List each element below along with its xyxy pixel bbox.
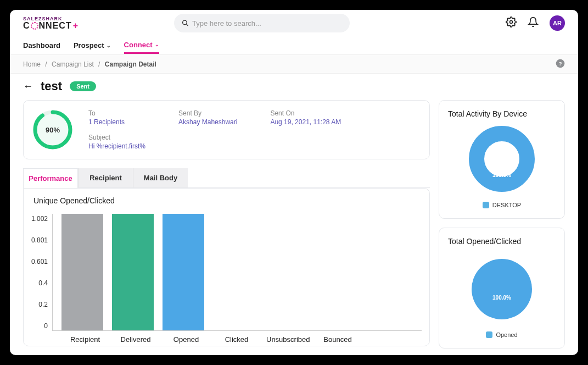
opened-legend-label: Opened xyxy=(496,331,517,338)
svg-point-8 xyxy=(472,259,532,319)
tab-performance[interactable]: Performance xyxy=(23,168,78,188)
sent-on-label: Sent On xyxy=(270,109,341,117)
breadcrumb-list[interactable]: Campaign List xyxy=(52,60,94,68)
brand-logo-bottom: CNNECT+ xyxy=(23,21,79,30)
progress-ring: 90% xyxy=(32,109,73,150)
to-label: To xyxy=(88,109,145,117)
breadcrumb: Home / Campaign List / Campaign Detail xyxy=(23,60,156,68)
bar-chart-x-axis: RecipientDeliveredOpenedClickedUnsubscri… xyxy=(31,331,422,344)
bar-chart-plot xyxy=(52,214,422,331)
sent-on-value: Aug 19, 2021, 11:28 AM xyxy=(270,118,341,126)
status-badge: Sent xyxy=(70,81,96,91)
gear-icon[interactable] xyxy=(506,16,517,30)
sent-by-label: Sent By xyxy=(178,109,237,117)
chevron-down-icon: ⌄ xyxy=(107,43,111,48)
back-arrow-icon[interactable]: ← xyxy=(23,81,33,92)
bar-chart-card: Unique Opened/Clicked 1.0020.8010.6010.4… xyxy=(23,188,430,346)
bell-icon[interactable] xyxy=(528,16,539,30)
nav-item-prospect[interactable]: Prospect⌄ xyxy=(74,38,111,53)
y-tick: 0 xyxy=(31,322,48,330)
breadcrumb-home[interactable]: Home xyxy=(23,60,41,68)
right-column: Total Activity By Device 100.0% DESKTOP xyxy=(439,100,565,346)
svg-point-0 xyxy=(183,20,187,25)
device-activity-card: Total Activity By Device 100.0% DESKTOP xyxy=(439,100,565,219)
device-donut-value: 100.0% xyxy=(492,172,511,178)
opened-legend: Opened xyxy=(486,331,517,338)
y-tick: 0.801 xyxy=(31,236,48,244)
y-tick: 1.002 xyxy=(31,215,48,223)
topbar: SALEZSHARK CNNECT+ AR xyxy=(10,10,578,36)
y-tick: 0.4 xyxy=(31,279,48,287)
x-tick: Bounced xyxy=(317,331,359,344)
device-donut-chart: 100.0% xyxy=(469,126,535,192)
legend-swatch xyxy=(486,331,492,338)
opened-clicked-card: Total Opened/Clicked 100.0% Opened xyxy=(439,228,565,349)
legend-swatch xyxy=(483,202,489,208)
search-input[interactable] xyxy=(192,19,342,27)
svg-line-1 xyxy=(186,24,188,26)
subject-label: Subject xyxy=(88,134,145,141)
y-tick: 0.2 xyxy=(31,301,48,308)
help-icon[interactable]: ? xyxy=(556,59,565,70)
title-row: ← test Sent xyxy=(10,74,578,100)
brand-logo[interactable]: SALEZSHARK CNNECT+ xyxy=(23,16,79,30)
page-title: test xyxy=(41,79,62,93)
y-tick: 0.601 xyxy=(31,258,48,266)
summary-card: 90% To 1 Recipients Subject Hi %recipien… xyxy=(23,100,430,159)
bar-chart-title: Unique Opened/Clicked xyxy=(24,189,429,208)
tab-mail-body[interactable]: Mail Body xyxy=(133,168,188,187)
app-window: SALEZSHARK CNNECT+ AR DashboardProspect⌄… xyxy=(10,10,578,355)
breadcrumb-current: Campaign Detail xyxy=(105,60,156,68)
to-value: 1 Recipients xyxy=(88,118,145,126)
bar-delivered xyxy=(112,214,154,330)
search-box[interactable] xyxy=(174,14,350,32)
sent-by-value: Akshay Maheshwari xyxy=(178,118,237,126)
device-legend-label: DESKTOP xyxy=(492,202,521,208)
tab-recipient[interactable]: Recipient xyxy=(78,168,133,187)
opened-clicked-title: Total Opened/Clicked xyxy=(448,237,556,246)
left-column: 90% To 1 Recipients Subject Hi %recipien… xyxy=(23,100,430,346)
opened-pie-value: 100.0% xyxy=(492,295,511,301)
main-nav: DashboardProspect⌄Connect⌄ xyxy=(10,36,578,55)
nav-item-connect[interactable]: Connect⌄ xyxy=(124,37,159,54)
avatar[interactable]: AR xyxy=(550,15,565,31)
subject-value: Hi %recipient.first% xyxy=(88,142,145,150)
bar-recipient xyxy=(61,214,103,330)
main-content: 90% To 1 Recipients Subject Hi %recipien… xyxy=(10,100,578,355)
x-tick: Recipient xyxy=(64,331,106,344)
topbar-actions: AR xyxy=(506,15,565,31)
x-tick: Opened xyxy=(165,331,207,344)
chevron-down-icon: ⌄ xyxy=(155,42,159,47)
x-tick: Clicked xyxy=(216,331,257,344)
svg-point-2 xyxy=(509,21,512,24)
performance-panel: PerformanceRecipientMail Body Unique Ope… xyxy=(23,168,430,346)
x-tick: Delivered xyxy=(115,331,156,344)
svg-text:?: ? xyxy=(558,60,562,67)
x-tick: Unsubscribed xyxy=(266,331,308,344)
progress-value: 90% xyxy=(32,109,73,150)
summary-meta: To 1 Recipients Subject Hi %recipient.fi… xyxy=(88,109,421,150)
opened-pie-chart: 100.0% xyxy=(466,253,537,322)
bar-opened xyxy=(163,214,204,330)
search-icon xyxy=(182,19,189,27)
tabstrip: PerformanceRecipientMail Body xyxy=(23,168,430,188)
bar-chart: 1.0020.8010.6010.40.20 RecipientDelivere… xyxy=(24,208,429,346)
bar-chart-y-axis: 1.0020.8010.6010.40.20 xyxy=(31,214,52,331)
device-legend: DESKTOP xyxy=(483,202,521,208)
nav-item-dashboard[interactable]: Dashboard xyxy=(23,38,60,53)
breadcrumb-row: Home / Campaign List / Campaign Detail ? xyxy=(10,55,578,74)
device-activity-title: Total Activity By Device xyxy=(448,109,556,118)
